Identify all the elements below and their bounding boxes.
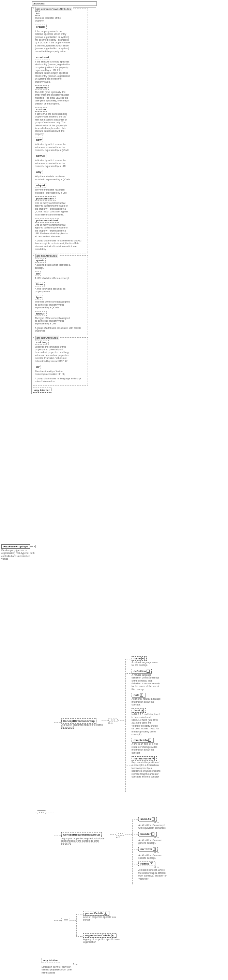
- elem-facet: facet+: [131, 708, 146, 713]
- attr-desc: The local identifier of the property.: [35, 17, 71, 22]
- any-other-attr: any ##other: [33, 388, 51, 393]
- attr-desc: Why the metadata has been included - exp…: [35, 175, 71, 181]
- common-footer: A group of attributes for all elements o…: [35, 239, 82, 251]
- crg-sequence: [116, 832, 125, 835]
- plus-icon[interactable]: +: [141, 657, 144, 660]
- elem-desc: Represents the position of a concept in …: [131, 761, 160, 778]
- elem-desc: A link to an item or a web resource whic…: [131, 743, 160, 754]
- person-details: personDetails+: [83, 911, 109, 915]
- attr-literal: literal: [35, 282, 44, 286]
- attr-pubconstrainturi: pubconstrainturi: [35, 218, 59, 223]
- plus-icon[interactable]: +: [140, 694, 143, 697]
- cdg-sequence: [108, 718, 117, 722]
- attr-qcode: qcode: [35, 258, 46, 262]
- attr-desc: Indicates by which means the value was e…: [35, 159, 71, 168]
- group-common: grp commonPowerAttributes idThe local id…: [33, 8, 88, 253]
- elem-desc: A related concept, where the relationshi…: [138, 869, 167, 880]
- crg-desc: A group of properites required to indica…: [61, 837, 109, 845]
- attr-desc: Specifies the language of this property …: [35, 345, 71, 363]
- elem-sameAs: sameAs+: [138, 817, 157, 821]
- attr-desc: The type of the concept assigned as cont…: [35, 317, 71, 325]
- plus-icon[interactable]: +: [147, 670, 150, 673]
- any-other-desc: Extension point for provider-defined pro…: [41, 966, 78, 974]
- attr-typeuri: typeuri: [35, 312, 47, 316]
- elem-narrower: narrower+: [138, 847, 158, 851]
- attr-how: how: [35, 138, 43, 142]
- crg-box: ConceptRelationshipsGroup: [61, 832, 101, 837]
- attr-desc: Indicates by which means the value was e…: [35, 143, 71, 152]
- person-desc: A set of properties specific to a person: [83, 916, 119, 922]
- attr-id: id: [35, 11, 40, 16]
- attr-creatoruri: creatoruri: [35, 55, 50, 59]
- main-sequence: [37, 810, 46, 814]
- minus-toggle[interactable]: −: [33, 545, 36, 548]
- attr-desc: If the property value is not defined, sp…: [35, 30, 71, 53]
- plus-icon[interactable]: +: [152, 818, 155, 821]
- elem-desc: An identifier of a more specific concept…: [138, 854, 167, 860]
- elem-remoteInfo: remoteInfo+: [131, 738, 154, 742]
- attr-desc: The type of the concept assigned as cont…: [35, 301, 71, 309]
- elem-related: related+: [138, 862, 155, 866]
- elem-desc: An identifier of a more generic concept.: [138, 839, 167, 845]
- attr-desc: A qualified code which identifies a conc…: [35, 264, 71, 269]
- attr-desc: The directionality of textual content (e…: [35, 370, 71, 376]
- attr-howuri: howuri: [35, 154, 46, 158]
- attr-xml-lang: xml:lang: [35, 340, 49, 345]
- any-other-tail: any ##other: [41, 958, 60, 963]
- org-details: organisationDetails+: [83, 933, 116, 938]
- plus-icon[interactable]: +: [141, 709, 144, 712]
- attr-whyuri: whyuri: [35, 183, 46, 188]
- tail-choice: [61, 918, 70, 922]
- elem-desc: In NAR 1.8 and later, facet is deprecate…: [131, 713, 160, 736]
- attr-creator: creator: [35, 25, 47, 29]
- attr-uri: uri: [35, 272, 41, 276]
- attr-modified: modified: [35, 85, 49, 90]
- i18n-header: grp i18nAttributes: [35, 336, 59, 340]
- group-flex: grp flexAttributes qcodeA qualified code…: [33, 255, 88, 335]
- attr-why: why: [35, 170, 43, 174]
- elem-desc: A natural language definition of the sem…: [131, 674, 160, 691]
- common-header: grp commonPowerAttributes: [35, 7, 72, 11]
- attr-desc: Why the metadata has been included - exp…: [35, 188, 71, 194]
- elem-hierarchyInfo: hierarchyInfo+: [131, 756, 157, 761]
- flex-header: grp flexAttributes: [35, 254, 58, 258]
- elem-broader: broader+: [138, 832, 157, 836]
- elem-desc: An identifier of a concept with equivale…: [138, 824, 167, 830]
- attr-desc: A URI which identifies a concept.: [35, 277, 71, 280]
- plus-icon[interactable]: +: [111, 934, 114, 937]
- elem-name: name+: [131, 656, 147, 661]
- i18n-footer: A group of attributes for language and s…: [35, 377, 82, 383]
- cdg-desc: A group of properites required to define…: [61, 724, 106, 728]
- attr-desc: The date (and, optionally, the time) whe…: [35, 91, 71, 105]
- org-desc: A group of properties specific to an org…: [83, 938, 124, 944]
- attr-type: type: [35, 295, 43, 299]
- plus-icon[interactable]: +: [148, 738, 151, 742]
- plus-icon[interactable]: +: [153, 848, 156, 851]
- elem-desc: Additional natural language information …: [131, 698, 160, 706]
- attr-pubconstraint: pubconstraint: [35, 196, 55, 201]
- cdg-box: ConceptDefinitionGroup: [61, 718, 97, 724]
- elem-desc: A natural language name for the concept.: [131, 661, 160, 667]
- plus-icon[interactable]: +: [150, 862, 153, 865]
- group-i18n: grp i18nAttributes xml:langSpecifies the…: [33, 337, 88, 386]
- plus-icon[interactable]: +: [151, 832, 154, 835]
- attr-desc: One or many constraints that apply to pu…: [35, 202, 71, 216]
- elem-definition: definition+: [131, 669, 152, 673]
- attr-desc: A free-text value assigned as property v…: [35, 288, 71, 293]
- flex-footer: A group of attributes associated with fl…: [35, 327, 82, 332]
- attributes-label: attributes: [32, 2, 97, 6]
- attr-desc: If set to true the corresponding propert…: [35, 113, 71, 135]
- elem-note: note+: [131, 693, 145, 697]
- root-type: FlexPartyPropType: [2, 544, 30, 549]
- attr-desc: If the attribute is empty, specifies whi…: [35, 60, 71, 83]
- plus-icon[interactable]: +: [104, 912, 107, 915]
- attr-desc: One or many constraints that apply to pu…: [35, 224, 71, 238]
- root-desc: Flexible party (person or organisation) …: [2, 549, 37, 561]
- attr-dir: dir: [35, 365, 41, 369]
- attr-custom: custom: [35, 107, 47, 112]
- plus-icon[interactable]: +: [152, 757, 155, 760]
